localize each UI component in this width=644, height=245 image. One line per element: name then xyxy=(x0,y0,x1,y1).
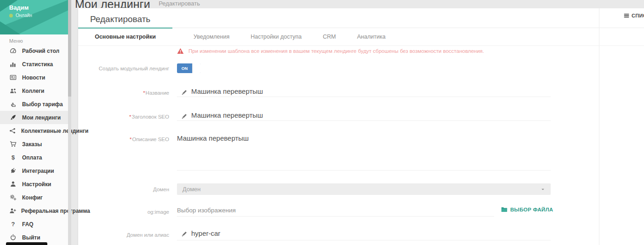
edit-card: Редактировать СПИСОК Основные настройки … xyxy=(78,8,644,245)
domain-select-label: Домен xyxy=(78,187,169,192)
alias-field-input[interactable]: hyper-car xyxy=(191,229,220,237)
gears-icon xyxy=(9,194,17,201)
sidebar-item-label: Коллеги xyxy=(22,88,45,94)
sidebar-item-statistics[interactable]: Статистика xyxy=(0,57,68,71)
list-button[interactable]: СПИСОК xyxy=(624,13,644,18)
cart-icon xyxy=(9,141,17,148)
page-header: Мои лендинги Редактировать xyxy=(75,0,644,8)
sidebar-item-label: Реферальная программа xyxy=(21,208,90,214)
card-title: Редактировать xyxy=(90,14,150,24)
warning-icon xyxy=(177,48,184,54)
required-mark: * xyxy=(129,114,131,120)
sidebar-item-my-landings[interactable]: Мои лендинги xyxy=(0,111,68,124)
share-icon xyxy=(9,127,16,134)
sidebar-item-label: Конфиг xyxy=(22,194,43,201)
domain-select-value: Домен xyxy=(182,186,541,193)
modular-landing-toggle[interactable]: ON xyxy=(177,63,201,73)
sidebar-item-payment[interactable]: $ Оплата xyxy=(0,151,68,164)
user-icon xyxy=(9,181,17,188)
tab-analytics[interactable]: Аналитика xyxy=(357,34,386,40)
caret-down-icon xyxy=(541,187,545,192)
choose-file-button[interactable]: ВЫБОР ФАЙЛА xyxy=(501,207,553,212)
sidebar-item-referral[interactable]: Реферальная программа xyxy=(0,204,68,217)
news-icon xyxy=(9,74,17,81)
folder-icon xyxy=(501,207,507,212)
sidebar-item-label: FAQ xyxy=(22,221,34,228)
title-field-label: *Название xyxy=(78,90,169,96)
question-icon: ? xyxy=(9,221,17,227)
warning-text: При изменении шаблона все изменения в ва… xyxy=(188,48,484,54)
active-tab-indicator xyxy=(78,28,172,28)
tab-bar: Основные настройки Уведомления Настройки… xyxy=(78,28,644,46)
sidebar-item-orders[interactable]: Заказы xyxy=(0,137,68,151)
modular-toggle-label: Создать модульный лендинг xyxy=(78,66,169,71)
input-underline xyxy=(177,216,494,217)
list-icon xyxy=(624,13,629,18)
seo-description-textarea[interactable]: Машинка перевертыш xyxy=(177,134,249,142)
textarea-underline xyxy=(177,170,551,171)
breadcrumb: Редактировать xyxy=(159,0,200,7)
sidebar-scrollbar-thumb[interactable] xyxy=(68,0,71,97)
power-icon xyxy=(9,234,17,241)
sidebar-item-label: Коллективные лендинги xyxy=(21,128,88,134)
user-status: Онлайн xyxy=(9,13,32,18)
template-warning: При изменении шаблона все изменения в ва… xyxy=(177,48,484,54)
tab-main-settings[interactable]: Основные настройки xyxy=(78,34,172,40)
choose-file-label: ВЫБОР ФАЙЛА xyxy=(510,207,553,212)
online-status-dot xyxy=(9,14,13,17)
page-title: Мои лендинги xyxy=(75,0,150,8)
sidebar-item-label: Выбор тарифа xyxy=(22,101,63,108)
sidebar-item-integrations[interactable]: Интеграции xyxy=(0,164,68,177)
sidebar-item-label: Заказы xyxy=(22,141,42,148)
required-mark: * xyxy=(130,137,131,142)
sidebar-item-label: Интеграции xyxy=(22,168,54,174)
sidebar-item-label: Мои лендинги xyxy=(22,114,61,121)
dashboard-icon xyxy=(9,47,17,54)
og-image-input[interactable]: Выбор изображения xyxy=(177,207,236,214)
sidebar-item-label: Статистика xyxy=(22,61,53,68)
list-button-label: СПИСОК xyxy=(632,13,644,18)
users-icon xyxy=(9,87,17,94)
sidebar: Вадим Онлайн Меню Рабочий стол Статистик… xyxy=(0,0,71,245)
plug-icon xyxy=(9,167,17,174)
og-image-field-label: og:image xyxy=(78,209,169,215)
sidebar-item-tariff[interactable]: Выбор тарифа xyxy=(0,97,68,111)
sidebar-item-label: Рабочий стол xyxy=(22,48,59,54)
bar-chart-icon xyxy=(9,61,17,68)
dollar-icon: $ xyxy=(9,154,17,160)
pencil-icon xyxy=(181,231,188,237)
sidebar-item-label: Оплата xyxy=(22,154,42,161)
seo-title-field-input[interactable]: Машинка перевертыш xyxy=(191,111,263,119)
input-underline xyxy=(177,97,551,97)
seo-description-field-label: *Описание SEO xyxy=(78,137,169,142)
input-underline xyxy=(177,120,551,121)
seo-title-field-label: *Заголовок SEO xyxy=(78,114,169,120)
alias-field-label: Домен или алиас xyxy=(78,232,169,238)
sidebar-item-colleagues[interactable]: Коллеги xyxy=(0,84,68,97)
toggle-on-label: ON xyxy=(177,63,192,73)
sidebar-item-news[interactable]: Новости xyxy=(0,71,68,84)
sidebar-item-collective-landings[interactable]: Коллективные лендинги xyxy=(0,124,68,137)
sidebar-scrollbar[interactable] xyxy=(68,0,71,245)
sidebar-item-label: Выйти xyxy=(22,234,40,241)
sidebar-item-label: Настройки xyxy=(22,181,51,188)
online-status-label: Онлайн xyxy=(16,13,32,18)
pencil-icon xyxy=(181,113,188,120)
tab-access-settings[interactable]: Настройки доступа xyxy=(251,34,302,40)
sidebar-item-faq[interactable]: ? FAQ xyxy=(0,217,68,231)
user-name: Вадим xyxy=(9,4,28,11)
landing-icon xyxy=(9,114,17,121)
sidebar-item-label: Новости xyxy=(22,74,45,81)
user-plus-icon xyxy=(9,207,16,214)
sidebar-item-settings[interactable]: Настройки xyxy=(0,177,68,191)
bottom-bar xyxy=(6,242,47,245)
profile-header: Вадим Онлайн xyxy=(0,0,68,34)
tab-crm[interactable]: CRM xyxy=(323,34,336,40)
domain-select[interactable]: Домен xyxy=(177,183,551,195)
sidebar-item-config[interactable]: Конфиг xyxy=(0,191,68,204)
toggle-knob xyxy=(192,63,201,73)
sidebar-item-dashboard[interactable]: Рабочий стол xyxy=(0,44,68,57)
title-field-input[interactable]: Машинка перевертыш xyxy=(191,87,263,95)
tab-notifications[interactable]: Уведомления xyxy=(194,34,229,40)
menu-section-label: Меню xyxy=(9,38,23,44)
